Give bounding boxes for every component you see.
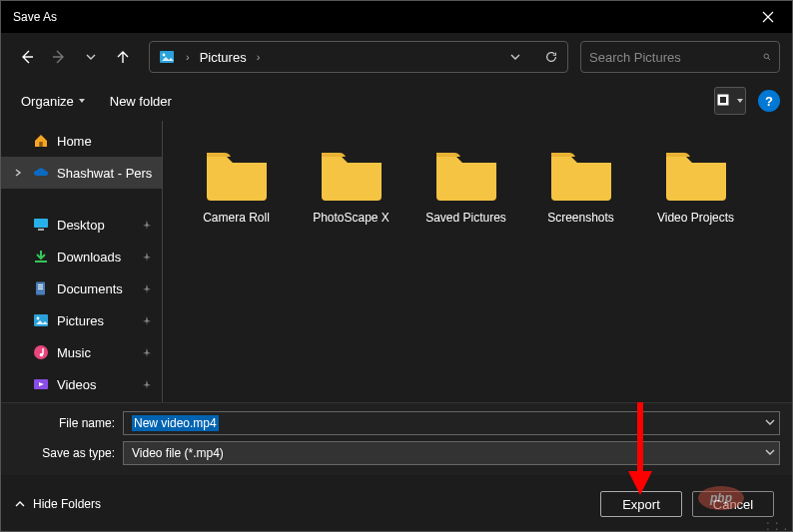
back-button[interactable] [13,43,41,71]
music-icon [33,344,49,360]
hide-folders-button[interactable]: Hide Folders [15,497,101,511]
downloads-icon [33,249,49,265]
svg-rect-8 [35,261,47,263]
svg-rect-4 [720,97,726,103]
sidebar-item-label: Desktop [57,218,105,233]
sidebar[interactable]: Home Shashwat - Pers Desktop [1,121,163,402]
sidebar-item-label: Pictures [57,313,104,328]
sidebar-item-home[interactable]: Home [1,125,162,157]
toolbar: Organize New folder ? [1,81,792,121]
chevron-down-icon[interactable] [765,446,775,460]
folder-label: Camera Roll [203,211,270,225]
export-button[interactable]: Export [600,491,682,517]
pin-icon [142,313,152,328]
sidebar-item-label: Shashwat - Pers [57,166,152,181]
chevron-down-icon[interactable] [765,416,775,430]
sidebar-item-videos[interactable]: Videos [1,368,162,400]
chevron-down-icon [510,52,520,62]
folder-item[interactable]: Screenshots [523,141,638,261]
organize-button[interactable]: Organize [13,87,94,115]
sidebar-item-label: Videos [57,377,97,392]
filename-input[interactable]: New video.mp4 [123,411,780,435]
pin-icon [142,345,152,360]
folder-label: Video Projects [657,211,734,225]
svg-rect-12 [38,288,43,289]
save-as-dialog: Save As › Pictures › [0,0,793,532]
svg-rect-5 [39,142,42,147]
new-folder-button[interactable]: New folder [102,87,180,115]
pin-icon [142,377,152,392]
chevron-down-icon [86,52,96,62]
folder-item[interactable]: Video Projects [638,141,753,261]
folder-label: Screenshots [547,211,614,225]
sidebar-item-label: Documents [57,281,123,296]
sidebar-item-label: Downloads [57,250,121,265]
type-select[interactable]: Video file (*.mp4) [123,441,780,465]
sidebar-item-music[interactable]: Music [1,336,162,368]
body: Home Shashwat - Pers Desktop [1,121,792,402]
breadcrumb-chevron-icon: › [257,51,261,63]
expand-chevron-icon[interactable] [11,169,25,177]
folder-icon [203,147,271,203]
refresh-icon [544,50,558,64]
breadcrumb-folder[interactable]: Pictures [200,50,247,65]
home-icon [33,133,49,149]
search-box[interactable] [580,41,780,73]
address-dropdown-button[interactable] [501,43,529,71]
folder-item[interactable]: PhotoScape X [294,141,408,261]
help-button[interactable]: ? [758,90,780,112]
sidebar-item-onedrive[interactable]: Shashwat - Pers [1,157,162,189]
cancel-button[interactable]: Cancel [692,491,774,517]
svg-rect-6 [34,219,48,228]
sidebar-item-documents[interactable]: Documents [1,272,162,304]
cloud-icon [33,165,49,181]
refresh-button[interactable] [537,43,565,71]
desktop-icon [33,217,49,233]
pictures-icon [33,312,49,328]
up-button[interactable] [109,43,137,71]
videos-icon [33,376,49,392]
search-input[interactable] [589,50,757,65]
folder-icon [662,147,730,203]
arrow-left-icon [19,49,35,65]
svg-point-16 [40,353,44,357]
nav-bar: › Pictures › [1,33,792,81]
sidebar-item-downloads[interactable]: Downloads [1,241,162,272]
pin-icon [142,218,152,233]
bottom-panel: File name: New video.mp4 Save as type: V… [1,402,792,475]
pictures-location-icon [158,48,176,66]
resize-grip[interactable]: . .. . . [766,517,788,529]
view-mode-button[interactable] [714,87,746,115]
folder-item[interactable]: Camera Roll [179,141,294,261]
arrow-up-icon [115,49,131,65]
folder-item[interactable]: Saved Pictures [408,141,523,261]
filename-label: File name: [13,416,123,430]
sidebar-item-desktop[interactable]: Desktop [1,209,162,241]
content-pane[interactable]: Camera Roll PhotoScape X Saved Pictures … [163,121,792,402]
filename-value: New video.mp4 [132,415,219,431]
window-title: Save As [13,10,57,24]
svg-rect-10 [38,284,43,285]
address-bar[interactable]: › Pictures › [149,41,568,73]
pin-icon [142,281,152,296]
close-button[interactable] [752,1,784,33]
folder-icon [432,147,500,203]
caret-down-icon [736,97,744,105]
folder-icon [318,147,386,203]
forward-button[interactable] [45,43,73,71]
folder-label: Saved Pictures [425,211,506,225]
close-icon [762,11,774,23]
svg-point-15 [34,345,48,359]
svg-rect-0 [160,51,174,63]
breadcrumb-chevron-icon: › [186,51,190,63]
type-label: Save as type: [13,446,123,460]
recent-button[interactable] [77,43,105,71]
svg-rect-13 [34,314,48,326]
sidebar-item-pictures[interactable]: Pictures [1,304,162,336]
organize-label: Organize [21,94,74,109]
footer: Hide Folders Export Cancel [1,475,792,531]
new-folder-label: New folder [110,94,172,109]
search-icon [763,50,771,64]
type-value: Video file (*.mp4) [132,446,224,460]
chevron-up-icon [15,499,25,509]
